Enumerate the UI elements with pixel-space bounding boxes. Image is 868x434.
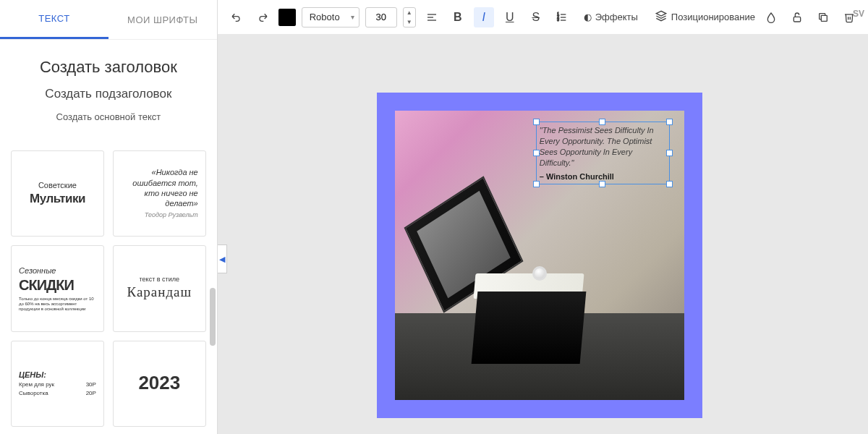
collapse-sidebar-button[interactable]: ◀	[218, 244, 227, 273]
svg-marker-9	[656, 11, 665, 16]
template-item[interactable]: Сезонные СКИДКИ Только до конца месяца с…	[11, 245, 104, 331]
template-item[interactable]: текст в стиле Карандаш	[113, 245, 206, 331]
hint-badge: SV	[853, 9, 864, 19]
effects-button[interactable]: ◐Эффекты	[578, 12, 644, 22]
resize-handle[interactable]	[666, 150, 673, 156]
resize-handle[interactable]	[599, 181, 605, 187]
layers-icon	[655, 10, 667, 24]
template-item[interactable]: Советские Мультики	[11, 150, 104, 237]
text-creators: Создать заголовок Создать подзаголовок С…	[0, 40, 217, 143]
toolbar: Roboto ▲▼ B I U S 123 ◐Эффекты Позициони…	[218, 0, 868, 35]
effects-icon: ◐	[584, 12, 592, 22]
artboard[interactable]: "The Pessimist Sees Difficulty In Every …	[377, 93, 702, 418]
sidebar: ТЕКСТ МОИ ШРИФТЫ Создать заголовок Созда…	[0, 0, 218, 434]
tab-my-fonts[interactable]: МОИ ШРИФТЫ	[109, 0, 217, 39]
underline-button[interactable]: U	[500, 7, 520, 27]
align-button[interactable]	[422, 7, 442, 27]
chevron-up-icon[interactable]: ▲	[404, 8, 415, 17]
create-subheading[interactable]: Создать подзаголовок	[14, 87, 203, 101]
redo-button[interactable]	[252, 7, 273, 27]
create-heading[interactable]: Создать заголовок	[14, 58, 203, 77]
text-color-swatch[interactable]	[278, 9, 296, 26]
resize-handle[interactable]	[666, 119, 673, 125]
font-size-input[interactable]	[365, 7, 397, 27]
positioning-button[interactable]: Позиционирование	[655, 10, 755, 24]
resize-handle[interactable]	[533, 119, 540, 125]
undo-button[interactable]	[226, 7, 247, 27]
font-size-stepper[interactable]: ▲▼	[403, 7, 416, 27]
quote-text[interactable]: "The Pessimist Sees Difficulty In Every …	[540, 125, 666, 168]
opacity-button[interactable]	[761, 7, 781, 27]
template-item[interactable]: «Никогда не ошибается тот, кто ничего не…	[113, 150, 206, 237]
resize-handle[interactable]	[533, 150, 540, 156]
main-area: Roboto ▲▼ B I U S 123 ◐Эффекты Позициони…	[218, 0, 868, 434]
svg-rect-10	[793, 17, 800, 22]
template-item[interactable]: ЦЕНЫ: Крем для рук30Р Сыворотка20Р	[11, 341, 104, 427]
list-button[interactable]: 123	[552, 7, 572, 27]
bold-button[interactable]: B	[448, 7, 468, 27]
resize-handle[interactable]	[599, 119, 605, 125]
canvas-area[interactable]: ◀ "The Pessimist Sees Difficulty In Ever…	[218, 35, 868, 434]
photo-layer[interactable]: "The Pessimist Sees Difficulty In Every …	[395, 111, 684, 400]
text-templates: Советские Мультики «Никогда не ошибается…	[0, 143, 217, 434]
templates-scrollbar[interactable]	[210, 288, 216, 346]
duplicate-button[interactable]	[813, 7, 833, 27]
chevron-down-icon[interactable]: ▼	[404, 17, 415, 27]
sidebar-tabs: ТЕКСТ МОИ ШРИФТЫ	[0, 0, 217, 40]
svg-rect-11	[821, 15, 827, 21]
italic-button[interactable]: I	[474, 7, 494, 27]
resize-handle[interactable]	[533, 181, 540, 187]
selected-text-box[interactable]: "The Pessimist Sees Difficulty In Every …	[536, 122, 670, 184]
font-family-select[interactable]: Roboto	[302, 7, 359, 27]
svg-text:3: 3	[557, 18, 559, 22]
create-body-text[interactable]: Создать основной текст	[14, 111, 203, 122]
author-text[interactable]: – Winston Churchill	[540, 172, 666, 181]
tab-text[interactable]: ТЕКСТ	[0, 0, 109, 39]
unlock-button[interactable]	[787, 7, 807, 27]
strikethrough-button[interactable]: S	[526, 7, 546, 27]
resize-handle[interactable]	[666, 181, 673, 187]
template-item[interactable]: 2023	[113, 341, 206, 427]
